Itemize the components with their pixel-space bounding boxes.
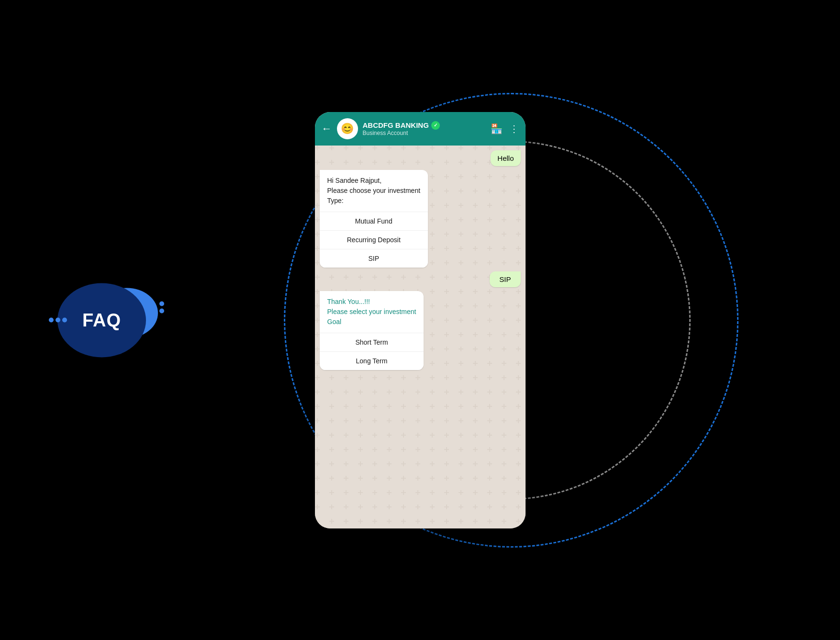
investment-type-text: Hi Sandee Rajput,Please choose your inve… [320,170,428,212]
bank-name-row: ABCDFG BANKING ✓ [363,121,486,130]
faq-bubble-container: FAQ [57,283,146,357]
back-button[interactable]: ← [322,123,332,135]
investment-type-card: Hi Sandee Rajput,Please choose your inve… [320,170,428,268]
long-term-option[interactable]: Long Term [320,352,424,370]
recurring-deposit-option[interactable]: Recurring Deposit [320,231,428,249]
dot [49,318,54,323]
investment-goal-text: Thank You...!!!Please select your invest… [320,291,424,333]
faq-dots-right [159,302,164,314]
dot [159,302,164,306]
short-term-option[interactable]: Short Term [320,333,424,352]
faq-dots-left [49,318,67,323]
whatsapp-header: ← 😊 ABCDFG BANKING ✓ Business Account 🏪 … [315,112,526,146]
investment-goal-card: Thank You...!!!Please select your invest… [320,291,424,370]
header-info: ABCDFG BANKING ✓ Business Account [363,121,486,136]
sip-option[interactable]: SIP [320,249,428,268]
chat-area: Hello Hi Sandee Rajput,Please choose you… [315,146,526,528]
mutual-fund-option[interactable]: Mutual Fund [320,212,428,231]
bank-name: ABCDFG BANKING [363,121,429,129]
dot [159,309,164,314]
verified-icon: ✓ [434,123,437,128]
sip-reply-message: SIP [490,271,520,287]
more-icon[interactable]: ⋮ [509,123,519,135]
verified-badge: ✓ [431,121,440,130]
header-icons: 🏪 ⋮ [491,123,519,135]
avatar-icon: 😊 [341,123,354,135]
dot [62,318,67,323]
faq-bubble-main: FAQ [57,283,146,357]
store-icon[interactable]: 🏪 [491,123,503,135]
dot [56,318,60,323]
avatar: 😊 [337,118,358,139]
faq-label: FAQ [82,310,121,330]
header-subtitle: Business Account [363,130,486,136]
phone-screen: ← 😊 ABCDFG BANKING ✓ Business Account 🏪 … [315,112,526,528]
hello-message: Hello [491,150,520,166]
phone-mockup: ← 😊 ABCDFG BANKING ✓ Business Account 🏪 … [315,112,526,528]
